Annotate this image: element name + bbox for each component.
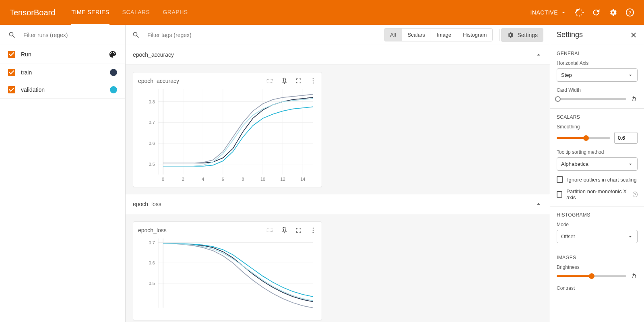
run-label: validation	[21, 87, 45, 93]
section-header-loss[interactable]: epoch_loss	[126, 194, 550, 214]
contrast-label: Contrast	[557, 285, 638, 291]
run-color-dot[interactable]	[110, 86, 117, 93]
svg-text:12: 12	[281, 177, 285, 182]
status-label: INACTIVE	[530, 9, 558, 16]
help-icon[interactable]: ?	[633, 192, 638, 197]
chart-accuracy[interactable]: 0.50.60.70.802468101214	[138, 87, 317, 184]
brightness-slider[interactable]	[557, 275, 626, 277]
checkbox-icon[interactable]	[8, 69, 15, 76]
run-row-validation[interactable]: validation	[0, 81, 125, 99]
run-color-dot[interactable]	[110, 69, 117, 76]
fullscreen-icon[interactable]	[295, 227, 302, 234]
chevron-down-icon	[560, 9, 567, 16]
settings-toggle-button[interactable]: Settings	[501, 28, 543, 42]
refresh-icon[interactable]	[592, 8, 601, 17]
svg-point-34	[313, 227, 314, 229]
more-icon[interactable]	[310, 227, 317, 234]
smoothing-slider[interactable]	[557, 137, 610, 139]
tooltip-sort-label: Tooltip sorting method	[557, 149, 638, 155]
reset-icon[interactable]	[630, 95, 638, 103]
svg-text:6: 6	[222, 177, 224, 182]
svg-point-6	[313, 83, 314, 84]
logo: TensorBoard	[10, 8, 55, 17]
tab-time-series[interactable]: TIME SERIES	[71, 0, 109, 25]
run-row-all[interactable]: Run	[0, 45, 125, 64]
card-title: epoch_accuracy	[138, 78, 179, 84]
theme-toggle-icon[interactable]	[575, 8, 584, 17]
palette-icon[interactable]	[108, 50, 117, 59]
main-panel: All Scalars Image Histogram Settings epo…	[126, 25, 550, 322]
gear-icon[interactable]	[609, 8, 617, 17]
runs-filter-bar	[0, 25, 125, 45]
svg-point-4	[313, 78, 314, 79]
ignore-outliers-checkbox[interactable]: Ignore outliers in chart scaling	[557, 176, 638, 183]
svg-point-36	[313, 232, 314, 233]
section-title: epoch_loss	[133, 201, 161, 207]
checkbox-icon[interactable]	[8, 51, 15, 58]
card-width-slider[interactable]	[557, 98, 626, 100]
tag-filter-input[interactable]	[147, 32, 228, 38]
header-actions: INACTIVE ?	[530, 8, 634, 17]
help-icon[interactable]: ?	[625, 8, 634, 17]
mode-value: Offset	[561, 233, 575, 239]
horizontal-axis-select[interactable]: Step	[557, 68, 638, 82]
svg-text:0.5: 0.5	[149, 281, 155, 286]
pin-icon[interactable]	[281, 227, 288, 234]
runs-sidebar: Run train validation	[0, 25, 126, 322]
checkbox-icon	[557, 191, 562, 198]
smoothing-input[interactable]	[614, 132, 638, 144]
chevron-down-icon	[627, 161, 633, 167]
tag-filter	[132, 31, 384, 39]
fullscreen-icon[interactable]	[295, 77, 302, 85]
svg-text:0: 0	[162, 177, 164, 182]
partition-label: Partition non-monotonic X axis	[566, 188, 627, 200]
divider	[499, 29, 500, 41]
settings-histograms-label: HISTOGRAMS	[557, 212, 638, 218]
svg-point-35	[313, 230, 314, 231]
axis-label: Horizontal Axis	[557, 60, 638, 66]
settings-title: Settings	[557, 31, 583, 39]
tab-graphs[interactable]: GRAPHS	[163, 0, 188, 25]
svg-text:2: 2	[182, 177, 184, 182]
settings-panel: Settings GENERAL Horizontal Axis Step Ca…	[550, 25, 644, 322]
reload-status-button[interactable]: INACTIVE	[530, 9, 567, 16]
checkbox-icon[interactable]	[8, 86, 15, 93]
chart-loss[interactable]: 0.50.60.7	[138, 236, 317, 317]
svg-text:0.8: 0.8	[149, 99, 155, 104]
chart-card-accuracy: epoch_accuracy 0.50.60.70.802468101214	[133, 72, 322, 187]
filter-histogram-button[interactable]: Histogram	[457, 29, 492, 41]
tooltip-sort-select[interactable]: Alphabetical	[557, 157, 638, 171]
main-content[interactable]: epoch_accuracy epoch_accuracy 0.50.60.70…	[126, 45, 550, 322]
tooltip-sort-value: Alphabetical	[561, 161, 590, 167]
run-row-train[interactable]: train	[0, 64, 125, 81]
svg-text:?: ?	[628, 10, 631, 16]
svg-text:0.5: 0.5	[149, 162, 155, 167]
search-icon	[132, 31, 140, 39]
chevron-up-icon	[535, 200, 543, 208]
section-header-accuracy[interactable]: epoch_accuracy	[126, 45, 550, 65]
run-label: train	[21, 69, 32, 76]
filter-image-button[interactable]: Image	[431, 29, 457, 41]
main-toolbar: All Scalars Image Histogram Settings	[126, 25, 550, 45]
partition-checkbox[interactable]: Partition non-monotonic X axis ?	[557, 188, 638, 200]
settings-images-label: IMAGES	[557, 255, 638, 260]
card-title: epoch_loss	[138, 227, 167, 233]
search-icon	[8, 31, 16, 39]
histogram-mode-select[interactable]: Offset	[557, 230, 638, 243]
settings-general-label: GENERAL	[557, 51, 638, 56]
filter-scalars-button[interactable]: Scalars	[402, 29, 431, 41]
reset-icon[interactable]	[630, 272, 638, 280]
tab-scalars[interactable]: SCALARS	[122, 0, 150, 25]
chevron-down-icon	[627, 234, 633, 239]
more-icon[interactable]	[310, 77, 317, 85]
fit-icon[interactable]	[266, 227, 273, 234]
gear-icon	[507, 31, 514, 39]
runs-filter-input[interactable]	[23, 32, 117, 38]
nav-tabs: TIME SERIES SCALARS GRAPHS	[71, 0, 188, 25]
pin-icon[interactable]	[281, 77, 288, 85]
run-label: Run	[21, 51, 31, 58]
smoothing-label: Smoothing	[557, 124, 638, 130]
filter-all-button[interactable]: All	[384, 29, 402, 41]
close-icon[interactable]	[630, 31, 638, 39]
fit-icon[interactable]	[266, 77, 273, 85]
